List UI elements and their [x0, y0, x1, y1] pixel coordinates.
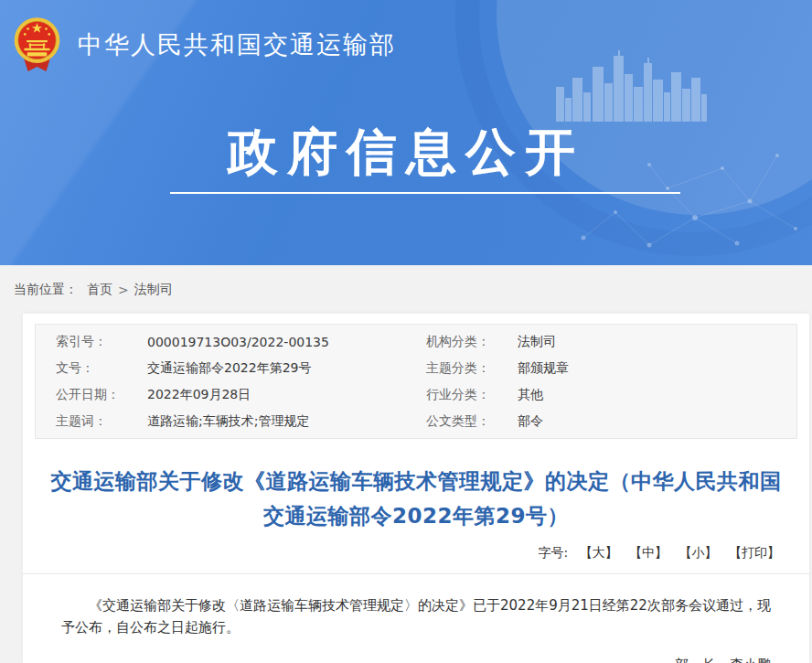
meta-value: 部颁规章 [518, 360, 796, 377]
meta-value: 2022年09月28日 [147, 387, 426, 403]
banner-underline [170, 192, 680, 194]
meta-label: 公开日期： [56, 387, 147, 403]
breadcrumb-home-link[interactable]: 首页 [87, 282, 112, 298]
meta-value: 法制司 [518, 334, 796, 350]
meta-row: 公开日期： 2022年09月28日 行业分类： 其他 [36, 381, 796, 408]
meta-row: 主题词： 道路运输;车辆技术;管理规定 公文类型： 部令 [36, 408, 796, 434]
breadcrumb-separator: > [118, 283, 129, 297]
meta-row: 索引号： 000019713O03/2022-00135 机构分类： 法制司 [36, 328, 796, 355]
meta-label: 文号： [56, 360, 147, 377]
meta-label: 公文类型： [426, 413, 518, 430]
meta-value: 000019713O03/2022-00135 [147, 335, 426, 349]
breadcrumb-label: 当前位置： [14, 282, 78, 298]
meta-label: 机构分类： [426, 334, 518, 350]
main-area: 当前位置： 首页 > 法制司 索引号： 000019713O03/2022-00… [0, 265, 812, 663]
banner-title: 政府信息公开 [0, 119, 812, 187]
content-card: 索引号： 000019713O03/2022-00135 机构分类： 法制司 文… [23, 314, 809, 663]
meta-value: 其他 [518, 387, 796, 403]
font-size-label: 字号: [538, 545, 568, 560]
meta-label: 主题分类： [426, 360, 518, 377]
article-title: 交通运输部关于修改《道路运输车辆技术管理规定》的决定（中华人民共和国交通运输部令… [46, 464, 786, 533]
meta-row: 文号： 交通运输部令2022年第29号 主题分类： 部颁规章 [36, 355, 796, 381]
meta-label: 主题词： [56, 413, 147, 430]
meta-value: 交通运输部令2022年第29号 [147, 360, 426, 377]
meta-table: 索引号： 000019713O03/2022-00135 机构分类： 法制司 文… [35, 324, 797, 439]
minister-signature: 部 长 李小鹏 [61, 657, 771, 663]
font-small-button[interactable]: 【小】 [679, 545, 718, 560]
site-name[interactable]: 中华人民共和国交通运输部 [78, 28, 396, 61]
font-large-button[interactable]: 【大】 [580, 545, 618, 560]
font-size-controls: 字号: 【大】 【中】 【小】 【打印】 [23, 545, 809, 574]
meta-label: 索引号： [56, 334, 147, 350]
font-medium-button[interactable]: 【中】 [629, 545, 668, 560]
banner: 中华人民共和国交通运输部 政府信息公开 [0, 0, 812, 265]
meta-value: 部令 [518, 413, 796, 430]
meta-label: 行业分类： [426, 387, 518, 403]
breadcrumb: 当前位置： 首页 > 法制司 [0, 265, 812, 314]
site-header: 中华人民共和国交通运输部 [13, 15, 396, 75]
meta-value: 道路运输;车辆技术;管理规定 [147, 413, 426, 430]
article-body: 《交通运输部关于修改〈道路运输车辆技术管理规定〉的决定》已于2022年9月21日… [61, 594, 771, 638]
city-skyline-decoration [556, 50, 710, 122]
breadcrumb-department-link[interactable]: 法制司 [134, 282, 173, 298]
national-emblem-icon [13, 15, 61, 75]
print-button[interactable]: 【打印】 [729, 545, 780, 560]
